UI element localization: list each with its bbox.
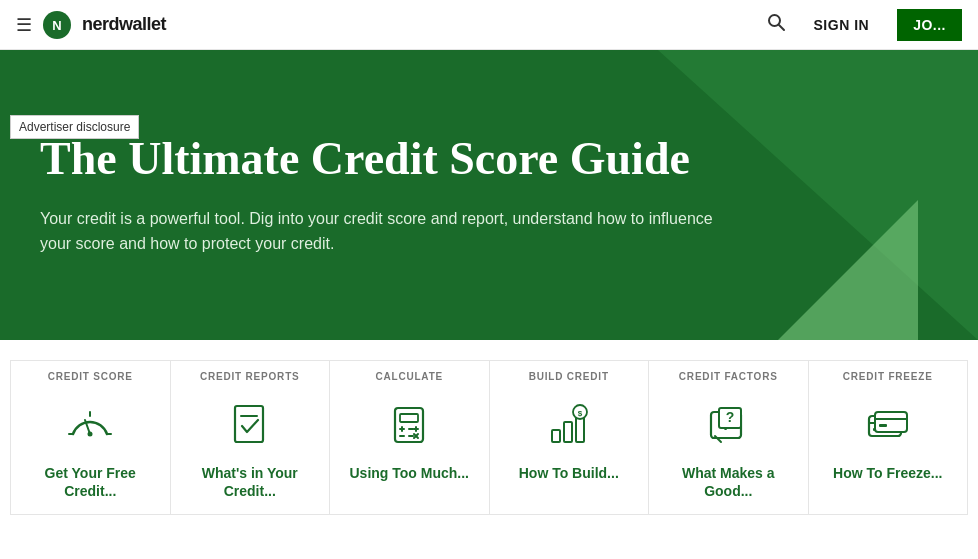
speedometer-icon bbox=[61, 396, 119, 454]
logo-text: nerdwallet bbox=[82, 14, 166, 35]
card-title-calculate: Using Too Much... bbox=[349, 464, 469, 482]
header: ☰ N nerdwallet SIGN IN JO... bbox=[0, 0, 978, 50]
header-left: ☰ N nerdwallet bbox=[16, 10, 166, 40]
cards-section: CREDIT SCORE Get Your Free Credit... CRE… bbox=[0, 340, 978, 535]
card-category-credit-freeze: CREDIT FREEZE bbox=[843, 371, 933, 382]
svg-text:?: ? bbox=[726, 409, 735, 425]
card-calculate[interactable]: CALCULATE Using Too Much... bbox=[329, 360, 489, 515]
search-button[interactable] bbox=[766, 12, 786, 37]
svg-rect-22 bbox=[564, 422, 572, 442]
card-title-credit-reports: What's in Your Credit... bbox=[179, 464, 322, 500]
credit-cards-icon bbox=[859, 396, 917, 454]
svg-rect-36 bbox=[879, 424, 887, 427]
advertiser-disclosure-button[interactable]: Advertiser disclosure bbox=[10, 115, 139, 139]
hero-section: Advertiser disclosure The Ultimate Credi… bbox=[0, 50, 978, 340]
svg-line-3 bbox=[779, 25, 784, 30]
hero-content: The Ultimate Credit Score Guide Your cre… bbox=[40, 133, 720, 257]
card-credit-factors[interactable]: CREDIT FACTORS ? ? What Makes a Good... bbox=[648, 360, 808, 515]
card-title-credit-freeze: How To Freeze... bbox=[833, 464, 942, 482]
join-button[interactable]: JO... bbox=[897, 9, 962, 41]
svg-text:N: N bbox=[52, 18, 61, 33]
hamburger-icon[interactable]: ☰ bbox=[16, 14, 32, 36]
chart-dollar-icon: $ bbox=[540, 396, 598, 454]
card-category-credit-factors: CREDIT FACTORS bbox=[679, 371, 778, 382]
calculator-icon bbox=[380, 396, 438, 454]
search-icon bbox=[766, 12, 786, 32]
card-category-credit-score: CREDIT SCORE bbox=[48, 371, 133, 382]
svg-rect-8 bbox=[235, 406, 263, 442]
card-credit-reports[interactable]: CREDIT REPORTS What's in Your Credit... bbox=[170, 360, 330, 515]
hero-bg-decoration-2 bbox=[778, 200, 918, 340]
hero-subtitle: Your credit is a powerful tool. Dig into… bbox=[40, 206, 720, 257]
header-right: SIGN IN JO... bbox=[766, 9, 962, 41]
svg-text:$: $ bbox=[578, 409, 583, 418]
advertiser-disclosure: Advertiser disclosure bbox=[10, 115, 139, 139]
card-category-calculate: CALCULATE bbox=[375, 371, 443, 382]
svg-rect-21 bbox=[552, 430, 560, 442]
hero-title: The Ultimate Credit Score Guide bbox=[40, 133, 720, 186]
card-title-credit-factors: What Makes a Good... bbox=[657, 464, 800, 500]
question-card-icon: ? ? bbox=[699, 396, 757, 454]
card-category-credit-reports: CREDIT REPORTS bbox=[200, 371, 300, 382]
sign-in-button[interactable]: SIGN IN bbox=[802, 9, 882, 41]
card-title-credit-score: Get Your Free Credit... bbox=[19, 464, 162, 500]
nerdwallet-logo-icon: N bbox=[42, 10, 72, 40]
card-credit-score[interactable]: CREDIT SCORE Get Your Free Credit... bbox=[10, 360, 170, 515]
svg-rect-34 bbox=[875, 412, 907, 432]
card-credit-freeze[interactable]: CREDIT FREEZE How To Freeze... bbox=[808, 360, 969, 515]
card-build-credit[interactable]: BUILD CREDIT $ How To Build... bbox=[489, 360, 649, 515]
document-check-icon bbox=[221, 396, 279, 454]
card-category-build-credit: BUILD CREDIT bbox=[529, 371, 609, 382]
svg-rect-11 bbox=[400, 414, 418, 422]
card-title-build-credit: How To Build... bbox=[519, 464, 619, 482]
svg-point-4 bbox=[88, 432, 93, 437]
